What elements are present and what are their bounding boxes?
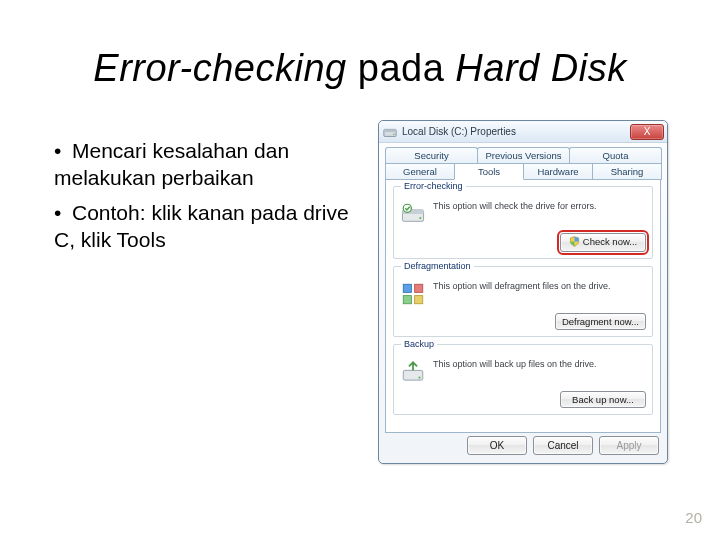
tab-general[interactable]: General [385,163,455,180]
backup-now-button[interactable]: Back up now... [560,391,646,408]
bullet-item-2: •Contoh: klik kanan pada drive C, klik T… [54,200,354,254]
defrag-icon [400,281,426,307]
error-checking-desc: This option will check the drive for err… [433,201,646,211]
slide-title: Error-checking pada Hard Disk [0,47,720,90]
tab-sharing[interactable]: Sharing [592,163,662,180]
svg-point-5 [419,217,421,219]
svg-rect-10 [415,296,423,304]
title-part-1: Error-checking [93,47,346,89]
backup-desc: This option will back up files on the dr… [433,359,646,369]
ok-button[interactable]: OK [467,436,527,455]
title-bar[interactable]: Local Disk (C:) Properties X [379,121,667,143]
title-part-2: pada [347,47,456,89]
check-now-button[interactable]: Check now... [560,233,646,252]
group-backup: Backup This option will back up files on… [393,344,653,415]
shield-icon [569,236,580,247]
svg-point-2 [393,133,395,135]
close-button[interactable]: X [630,124,664,140]
window-title: Local Disk (C:) Properties [402,126,625,137]
bullet-item-1: •Mencari kesalahan dan melakukan perbaik… [54,138,354,192]
page-number: 20 [685,509,702,526]
tab-hardware[interactable]: Hardware [523,163,593,180]
bullet-dot: • [54,200,72,227]
apply-button[interactable]: Apply [599,436,659,455]
backup-icon [400,359,426,385]
tab-previous-versions[interactable]: Previous Versions [477,147,570,163]
drive-icon [383,125,397,139]
tab-panel-tools: Error-checking This option will check th… [385,179,661,433]
window-body: Security Previous Versions Quota General… [379,143,667,439]
svg-point-6 [403,204,411,212]
svg-point-12 [418,377,420,379]
group-label-backup: Backup [401,339,437,349]
properties-dialog: Local Disk (C:) Properties X Security Pr… [378,120,668,464]
group-defragmentation: Defragmentation This option will defragm… [393,266,653,337]
tab-strip: Security Previous Versions Quota General… [385,147,661,180]
tab-security[interactable]: Security [385,147,478,163]
defragment-now-button[interactable]: Defragment now... [555,313,646,330]
group-label-error-checking: Error-checking [401,181,466,191]
check-now-label: Check now... [583,236,637,247]
defrag-desc: This option will defragment files on the… [433,281,646,291]
title-part-3: Hard Disk [455,47,626,89]
bullet-dot: • [54,138,72,165]
svg-rect-8 [415,284,423,292]
group-label-defragmentation: Defragmentation [401,261,474,271]
bullet-list: •Mencari kesalahan dan melakukan perbaik… [54,138,354,262]
error-checking-icon [400,201,426,227]
cancel-button[interactable]: Cancel [533,436,593,455]
svg-rect-1 [384,129,396,132]
bullet-text-2: Contoh: klik kanan pada drive C, klik To… [54,201,349,251]
svg-rect-9 [403,296,411,304]
slide: Error-checking pada Hard Disk •Mencari k… [0,0,720,540]
tab-tools[interactable]: Tools [454,163,524,180]
tab-quota[interactable]: Quota [569,147,662,163]
dialog-footer: OK Cancel Apply [467,436,659,455]
group-error-checking: Error-checking This option will check th… [393,186,653,259]
bullet-text-1: Mencari kesalahan dan melakukan perbaika… [54,139,289,189]
svg-rect-7 [403,284,411,292]
